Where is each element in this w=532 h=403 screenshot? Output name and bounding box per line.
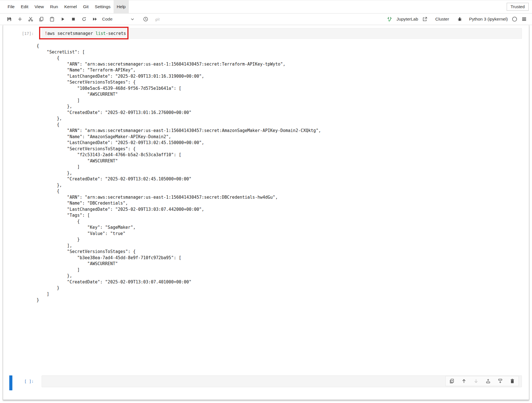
cell-gap [3, 303, 529, 375]
external-link-icon[interactable] [422, 16, 428, 22]
kernel-status-icon[interactable] [511, 16, 517, 22]
menu-help[interactable]: Help [114, 0, 129, 13]
delete-cell-icon[interactable] [510, 378, 515, 384]
menu-edit[interactable]: Edit [18, 0, 31, 13]
red-annotation-box [39, 27, 129, 39]
empty-code-cell: [ ]: [3, 375, 529, 391]
duplicate-cell-icon[interactable] [449, 378, 455, 384]
code-cell: [17]: !aws secretsmanager list-secrets [3, 25, 529, 39]
notebook-toolbar: Code git JupyterLab Cluster [0, 14, 532, 25]
chevron-down-icon [129, 16, 135, 22]
move-cell-down-icon[interactable] [473, 378, 479, 384]
insert-cell-below-icon[interactable] [497, 378, 503, 384]
execution-count-prompt: [17]: [3, 28, 42, 39]
notebook-panel: [17]: !aws secretsmanager list-secrets {… [3, 25, 529, 400]
copy-cell-icon[interactable] [38, 16, 44, 22]
menu-settings[interactable]: Settings [92, 0, 114, 13]
history-clock-icon[interactable] [143, 16, 148, 22]
cell-type-label: Code [102, 17, 112, 22]
kernel-name-label[interactable]: Python 3 (ipykernel) [469, 17, 508, 22]
add-cell-icon[interactable] [17, 16, 23, 22]
active-cell-indicator[interactable] [9, 375, 12, 390]
debugger-bug-icon[interactable] [457, 16, 463, 22]
move-cell-up-icon[interactable] [461, 378, 467, 384]
jupyterlab-link-label[interactable]: JupyterLab [396, 17, 418, 22]
git-status-indicator: git [155, 17, 160, 22]
toolbar-left-icons [6, 16, 98, 22]
run-icon[interactable] [60, 16, 66, 22]
notebook-menu-hamburger-icon[interactable] [521, 16, 527, 22]
cell-output: { "SecretList": [ { "ARN": "arn:aws:secr… [37, 43, 529, 303]
restart-kernel-icon[interactable] [81, 16, 87, 22]
menu-kernel[interactable]: Kernel [61, 0, 80, 13]
menu-run[interactable]: Run [47, 0, 61, 13]
cluster-link-label[interactable]: Cluster [435, 17, 449, 22]
menu-view[interactable]: View [31, 0, 47, 13]
menu-bar-items: FileEditViewRunKernelGitSettingsHelp [4, 0, 129, 13]
insert-cell-above-icon[interactable] [485, 378, 491, 384]
trusted-button[interactable]: Trusted [507, 3, 529, 11]
paste-cell-icon[interactable] [49, 16, 55, 22]
menu-bar: FileEditViewRunKernelGitSettingsHelp Tru… [0, 0, 532, 14]
menu-git[interactable]: Git [80, 0, 92, 13]
stop-icon[interactable] [70, 16, 76, 22]
cut-cell-icon[interactable] [28, 16, 33, 22]
cell-type-select[interactable]: Code [102, 16, 135, 22]
empty-cell-prompt: [ ]: [3, 375, 42, 391]
cell-toolbar [445, 376, 519, 386]
run-all-icon[interactable] [92, 16, 98, 22]
menu-file[interactable]: File [4, 0, 18, 13]
code-check-icon [387, 16, 393, 22]
save-icon[interactable] [6, 16, 12, 22]
